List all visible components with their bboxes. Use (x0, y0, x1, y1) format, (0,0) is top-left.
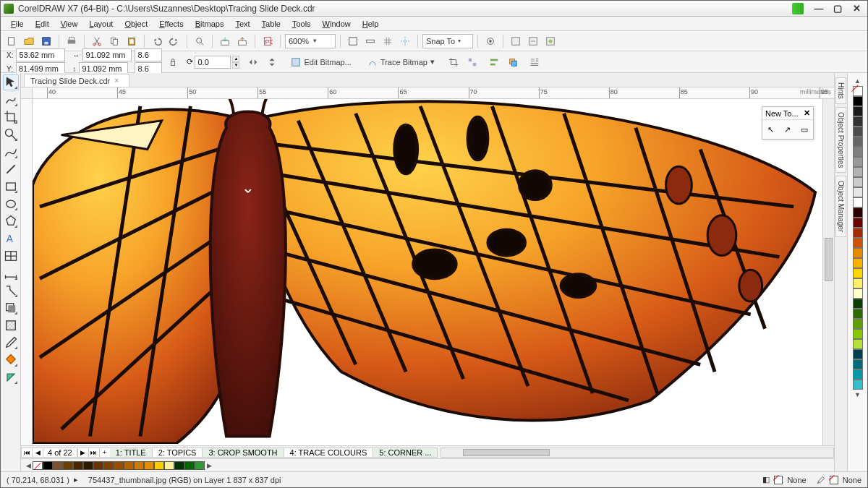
undo-button[interactable] (149, 33, 165, 49)
polygon-tool[interactable] (3, 213, 19, 229)
color-swatch[interactable] (93, 461, 103, 470)
outline-swatch[interactable] (830, 476, 838, 484)
edit-bitmap-button[interactable]: Edit Bitmap... (286, 54, 356, 70)
page-tab-5[interactable]: 5: CORNER ... (373, 448, 438, 458)
rectangle-tool[interactable] (3, 179, 19, 194)
minimize-button[interactable]: — (811, 3, 827, 14)
next-icon[interactable]: ▸ (74, 475, 78, 484)
color-swatch[interactable] (853, 197, 863, 207)
color-swatch[interactable] (154, 461, 164, 470)
palette-next[interactable]: ▶ (205, 462, 213, 469)
no-color-swatch[interactable] (853, 86, 863, 96)
crop-tool[interactable] (3, 109, 19, 125)
snap-combo[interactable]: Snap To▾ (422, 34, 473, 48)
no-color-swatch[interactable] (33, 461, 43, 470)
page-prev[interactable]: ◀ (32, 448, 43, 458)
align-button[interactable] (486, 54, 502, 70)
color-swatch[interactable] (853, 339, 863, 349)
launch-button-2[interactable] (525, 33, 541, 49)
color-swatch[interactable] (853, 127, 863, 137)
color-swatch[interactable] (853, 238, 863, 248)
x-position[interactable]: 53.62 mm (16, 48, 65, 61)
maximize-button[interactable]: ▢ (830, 3, 846, 14)
menu-tools[interactable]: Tools (286, 18, 317, 30)
trace-bitmap-button[interactable]: Trace Bitmap ▾ (362, 54, 440, 70)
rotation-field[interactable]: 0.0 (195, 56, 231, 69)
color-swatch[interactable] (853, 157, 863, 167)
launch-button-1[interactable] (508, 33, 524, 49)
color-swatch[interactable] (853, 228, 863, 238)
color-swatch[interactable] (114, 461, 124, 470)
color-swatch[interactable] (853, 167, 863, 177)
show-grid-button[interactable] (380, 33, 396, 49)
horizontal-scrollbar[interactable] (441, 448, 834, 458)
color-swatch[interactable] (195, 461, 205, 470)
float-tool-1[interactable]: ↖ (767, 125, 774, 134)
color-swatch[interactable] (144, 461, 154, 470)
import-button[interactable] (217, 33, 233, 49)
color-swatch[interactable] (853, 116, 863, 127)
copy-button[interactable] (106, 33, 122, 49)
lock-ratio-button[interactable] (165, 54, 181, 70)
palette-prev[interactable]: ◀ (24, 462, 33, 469)
menu-text[interactable]: Text (229, 18, 255, 30)
ellipse-tool[interactable] (3, 196, 19, 212)
color-swatch[interactable] (853, 207, 863, 218)
color-swatch[interactable] (853, 218, 863, 228)
show-rulers-button[interactable] (362, 33, 378, 49)
hints-tab[interactable]: Hints (835, 77, 846, 104)
color-swatch[interactable] (853, 268, 863, 278)
menu-bitmaps[interactable]: Bitmaps (190, 18, 230, 30)
vertical-ruler[interactable] (21, 99, 33, 445)
interactive-fill-tool[interactable] (3, 352, 19, 368)
resample-button[interactable] (464, 54, 480, 70)
open-button[interactable] (21, 33, 37, 49)
horizontal-ruler[interactable]: millimeters 404550556065707580859095 (33, 87, 834, 99)
color-swatch[interactable] (43, 461, 53, 470)
menu-layout[interactable]: Layout (83, 18, 119, 30)
object-properties-tab[interactable]: Object Properties (835, 107, 846, 173)
text-tool[interactable]: A (3, 231, 19, 247)
color-swatch[interactable] (853, 359, 863, 369)
drop-shadow-tool[interactable] (3, 300, 19, 316)
wrap-text-button[interactable] (527, 54, 542, 70)
color-swatch[interactable] (73, 461, 83, 470)
palette-down[interactable]: ▼ (854, 391, 861, 398)
pick-tool[interactable] (3, 74, 19, 90)
shape-tool[interactable] (3, 92, 19, 108)
document-tab[interactable]: Tracing Slide Deck.cdr × (24, 74, 129, 87)
color-swatch[interactable] (853, 369, 863, 380)
show-guides-button[interactable] (397, 33, 413, 49)
page-add[interactable]: ＋ (99, 448, 111, 458)
print-button[interactable] (64, 33, 80, 49)
color-swatch[interactable] (853, 258, 863, 268)
color-swatch[interactable] (853, 319, 863, 329)
menu-window[interactable]: Window (317, 18, 357, 30)
order-button[interactable] (505, 54, 521, 70)
close-tab-icon[interactable]: × (114, 77, 119, 85)
connector-tool[interactable] (3, 283, 19, 299)
page-tab-3[interactable]: 3: CROP SMOOTH (203, 448, 284, 458)
page-tab-1[interactable]: 1: TITLE (110, 448, 153, 458)
close-button[interactable]: ✕ (848, 3, 864, 14)
ruler-corner[interactable] (21, 87, 33, 99)
color-swatch[interactable] (164, 461, 174, 470)
eyedropper-tool[interactable] (3, 335, 19, 351)
full-screen-button[interactable] (345, 33, 361, 49)
palette-up[interactable]: ▲ (854, 77, 861, 85)
color-swatch[interactable] (853, 137, 863, 147)
width-field[interactable]: 91.092 mm (82, 48, 132, 61)
menu-object[interactable]: Object (119, 18, 153, 30)
scale-x[interactable]: 8.6 (135, 48, 162, 61)
color-swatch[interactable] (853, 278, 863, 288)
canvas[interactable]: New To... ✕ ↖ ↗ ▭ (33, 99, 822, 445)
zoom-combo[interactable]: 600%▼ (285, 34, 336, 48)
page-first[interactable]: ⏮ (21, 448, 33, 458)
page-next[interactable]: ▶ (77, 448, 89, 458)
color-swatch[interactable] (124, 461, 134, 470)
options-button[interactable] (482, 33, 498, 49)
page-last[interactable]: ⏭ (88, 448, 100, 458)
paste-button[interactable] (124, 33, 140, 49)
menu-help[interactable]: Help (357, 18, 385, 30)
color-swatch[interactable] (853, 187, 863, 197)
